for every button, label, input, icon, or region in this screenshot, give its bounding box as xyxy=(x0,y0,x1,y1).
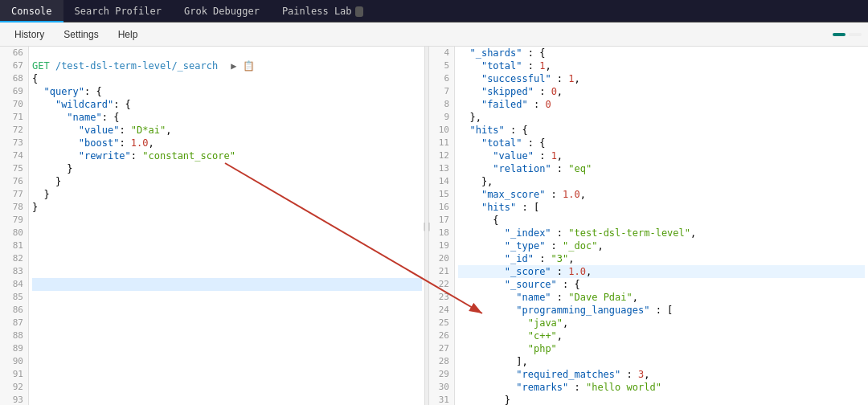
code-token: 0 xyxy=(551,85,557,98)
code-token xyxy=(32,124,79,137)
code-token: "name" xyxy=(67,111,101,124)
code-token: : xyxy=(568,381,586,394)
code-token: : { xyxy=(505,124,528,137)
line-number: 21 xyxy=(431,265,449,278)
code-token xyxy=(458,137,481,149)
code-token: , xyxy=(149,137,154,149)
line-number: 85 xyxy=(5,291,23,304)
code-token xyxy=(458,201,481,214)
table-row: "max_score" : 1.0, xyxy=(458,188,865,201)
tab-search-profiler[interactable]: Search Profiler xyxy=(63,0,173,22)
line-number: 9 xyxy=(431,111,449,124)
code-token xyxy=(458,381,516,394)
code-token xyxy=(458,265,505,278)
table-row: "rewrite": "constant_score" xyxy=(32,149,422,162)
code-token: , xyxy=(563,317,568,329)
left-code-area: 6667686970717273747576777879808182838485… xyxy=(0,47,425,405)
table-row xyxy=(32,291,422,304)
code-token xyxy=(32,355,38,368)
table-row: } xyxy=(32,175,422,188)
line-number: 71 xyxy=(5,111,23,124)
table-row: }, xyxy=(458,111,865,124)
code-token: 1 xyxy=(568,72,574,85)
right-code-content: "_shards" : { "total" : 1, "successful" … xyxy=(455,47,868,405)
code-token: "eq" xyxy=(568,162,592,175)
tab-console[interactable]: Console xyxy=(0,0,63,22)
table-row: "java", xyxy=(458,317,865,329)
line-number: 86 xyxy=(5,304,23,317)
table-row: "c++", xyxy=(458,329,865,342)
table-row xyxy=(32,342,422,355)
line-number: 8 xyxy=(431,98,449,111)
code-token xyxy=(32,227,38,239)
table-row xyxy=(32,368,422,381)
run-icon[interactable]: ▶ xyxy=(231,59,236,72)
code-token xyxy=(32,304,38,317)
code-token: : { xyxy=(522,137,545,149)
second-nav-left: History Settings Help xyxy=(6,22,145,47)
code-token xyxy=(32,317,38,329)
code-token: "failed" xyxy=(481,98,528,111)
line-number: 72 xyxy=(5,124,23,137)
line-number: 17 xyxy=(431,214,449,227)
copy-icon[interactable]: 📋 xyxy=(243,59,255,72)
code-token: ], xyxy=(458,355,528,368)
code-token xyxy=(32,394,38,405)
line-number: 23 xyxy=(431,291,449,304)
code-token: , xyxy=(633,291,638,304)
code-token xyxy=(32,381,38,394)
table-row xyxy=(32,304,422,317)
line-number: 4 xyxy=(431,47,449,59)
code-token: : xyxy=(551,162,569,175)
code-token xyxy=(458,291,516,304)
code-token: } xyxy=(32,188,50,201)
table-row: "wildcard": { xyxy=(32,98,422,111)
line-number: 69 xyxy=(5,85,23,98)
code-token: : xyxy=(534,252,551,265)
code-token: : xyxy=(119,124,130,137)
code-token: , xyxy=(597,239,603,252)
code-token: : { xyxy=(557,278,580,291)
line-number: 82 xyxy=(5,252,23,265)
right-code-area: 4567891011121314151617181920212223242526… xyxy=(426,47,868,405)
tab-painless-lab[interactable]: Painless Lab xyxy=(271,0,375,22)
code-token: : { xyxy=(522,47,545,59)
panel-divider[interactable]: || xyxy=(424,47,429,405)
status-badge xyxy=(833,33,862,36)
line-number: 67 xyxy=(5,59,23,72)
code-token xyxy=(32,47,38,59)
left-code-content[interactable]: GET /test-dsl-term-level/_search▶📋{ "que… xyxy=(29,47,425,405)
line-number: 93 xyxy=(5,394,23,405)
code-token: "total" xyxy=(481,59,522,72)
table-row: { xyxy=(458,214,865,227)
code-token xyxy=(458,304,516,317)
code-token xyxy=(32,239,38,252)
code-token: 1 xyxy=(539,59,545,72)
status-ok xyxy=(833,33,845,36)
code-token: : xyxy=(551,265,569,278)
line-number: 80 xyxy=(5,227,23,239)
line-number: 28 xyxy=(431,355,449,368)
code-token xyxy=(32,214,38,227)
table-row: "_id" : "3", xyxy=(458,252,865,265)
code-token: : [ xyxy=(649,304,673,317)
nav-history[interactable]: History xyxy=(6,22,52,47)
line-number: 89 xyxy=(5,342,23,355)
tab-grok-debugger[interactable]: Grok Debugger xyxy=(173,0,271,22)
line-number: 7 xyxy=(431,85,449,98)
code-token: "_doc" xyxy=(563,239,597,252)
table-row: "skipped" : 0, xyxy=(458,85,865,98)
code-token xyxy=(32,329,38,342)
code-token xyxy=(458,227,505,239)
table-row: "name" : "Dave Pdai", xyxy=(458,291,865,304)
table-row xyxy=(32,278,422,291)
nav-help[interactable]: Help xyxy=(110,22,146,47)
code-token xyxy=(458,317,528,329)
code-token: "remarks" xyxy=(516,381,568,394)
line-number: 83 xyxy=(5,265,23,278)
code-token: "value" xyxy=(493,149,534,162)
beta-badge xyxy=(355,6,363,17)
code-token: "test-dsl-term-level" xyxy=(568,227,690,239)
nav-settings[interactable]: Settings xyxy=(55,22,106,47)
table-row: "total" : { xyxy=(458,137,865,149)
